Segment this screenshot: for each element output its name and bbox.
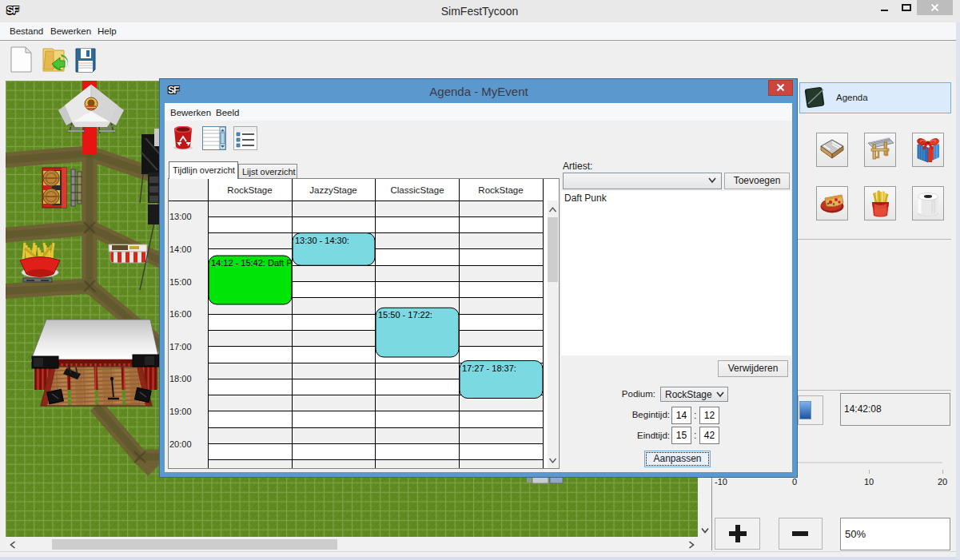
- svg-text:14:00: 14:00: [169, 244, 192, 254]
- svg-text:15:50 - 17:22:: 15:50 - 17:22:: [378, 310, 432, 320]
- svg-text:16:00: 16:00: [169, 309, 192, 319]
- svg-text:ClassicStage: ClassicStage: [390, 185, 444, 195]
- svg-text:13:30 - 14:30:: 13:30 - 14:30:: [295, 236, 349, 245]
- svg-text:RockStage: RockStage: [227, 185, 272, 195]
- svg-text:19:00: 19:00: [169, 407, 192, 416]
- svg-text:13:00: 13:00: [169, 212, 192, 221]
- svg-text:17:27 - 18:37:: 17:27 - 18:37:: [462, 363, 516, 373]
- svg-text:17:00: 17:00: [169, 342, 192, 351]
- svg-text:RockStage: RockStage: [478, 185, 523, 195]
- svg-text:JazzyStage: JazzyStage: [309, 185, 357, 195]
- svg-text:18:00: 18:00: [169, 374, 192, 383]
- svg-text:15:00: 15:00: [169, 277, 192, 287]
- svg-text:20:00: 20:00: [169, 439, 192, 449]
